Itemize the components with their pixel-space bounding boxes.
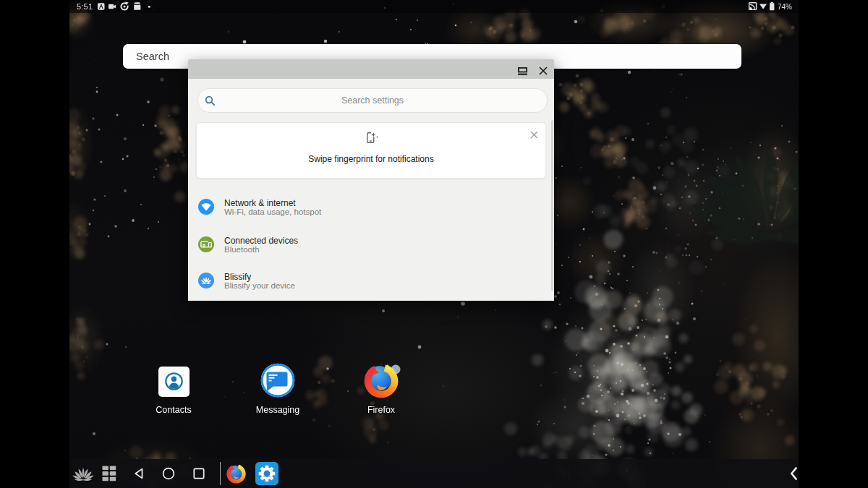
svg-text:A: A (99, 3, 103, 10)
